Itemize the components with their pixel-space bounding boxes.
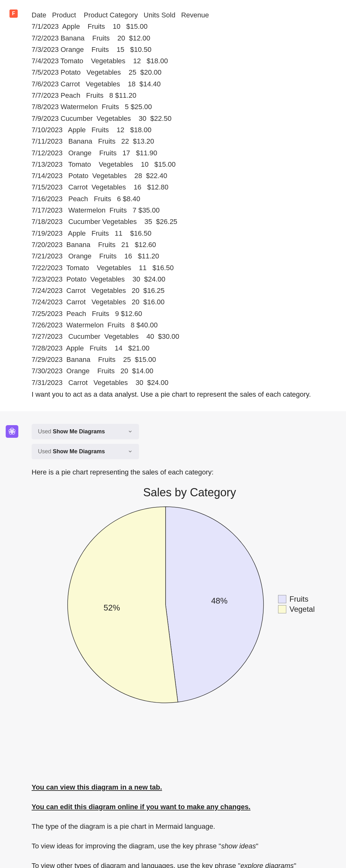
legend-label: Fruits xyxy=(289,595,308,603)
table-row: 7/19/2023 Apple Fruits 11 $16.50 xyxy=(32,228,314,239)
response-footer: You can view this diagram in a new tab. … xyxy=(32,783,314,868)
table-row: 7/5/2023 Potato Vegetables 25 $20.00 xyxy=(32,67,314,78)
pie-slice-label: 48% xyxy=(211,596,228,606)
pie-slice-label: 52% xyxy=(104,602,120,612)
table-row: 7/24/2023 Carrot Vegetables 20 $16.25 xyxy=(32,285,314,297)
user-prompt: I want you to act as a data analyst. Use… xyxy=(32,390,314,399)
diagram-type-text: The type of the diagram is a pie chart i… xyxy=(32,823,314,831)
pie-svg: 48%52% xyxy=(65,504,267,706)
legend-label: Vegetal xyxy=(289,605,315,614)
edit-diagram-link[interactable]: You can edit this diagram online if you … xyxy=(32,803,250,811)
table-row: 7/22/2023 Tomato Vegetables 11 $16.50 xyxy=(32,262,314,274)
table-row: 7/14/2023 Potato Vegetables 28 $22.40 xyxy=(32,170,314,182)
table-row: 7/30/2023 Orange Fruits 20 $14.00 xyxy=(32,365,314,377)
table-row: 7/31/2023 Carrot Vegetables 30 $24.00 xyxy=(32,377,314,389)
table-row: 7/4/2023 Tomato Vegetables 12 $18.00 xyxy=(32,55,314,67)
chevron-down-icon xyxy=(128,429,133,434)
view-diagram-link[interactable]: You can view this diagram in a new tab. xyxy=(32,783,162,791)
table-row: 7/23/2023 Potato Vegetables 30 $24.00 xyxy=(32,274,314,285)
legend-swatch xyxy=(278,595,286,603)
table-row: 7/25/2023 Peach Fruits 9 $12.60 xyxy=(32,308,314,319)
table-row: 7/6/2023 Carrot Vegetables 18 $14.40 xyxy=(32,79,314,90)
pie-slice xyxy=(68,507,178,703)
table-row: 7/10/2023 Apple Fruits 12 $18.00 xyxy=(32,124,314,136)
explore-diagrams-text: To view other types of diagram and langu… xyxy=(32,862,314,868)
table-row: 7/7/2023 Peach Fruits 8 $11.20 xyxy=(32,90,314,101)
chart-legend: FruitsVegetal xyxy=(278,595,315,615)
table-row: 7/15/2023 Carrot Vegetables 16 $12.80 xyxy=(32,182,314,193)
table-row: 7/11/2023 Banana Fruits 22 $13.20 xyxy=(32,136,314,147)
legend-swatch xyxy=(278,605,286,613)
chart-title: Sales by Category xyxy=(32,486,346,499)
table-row: 7/16/2023 Peach Fruits 6 $8.40 xyxy=(32,193,314,205)
show-ideas-text: To view ideas for improving the diagram,… xyxy=(32,842,314,850)
openai-icon xyxy=(8,428,16,435)
legend-item: Vegetal xyxy=(278,605,315,614)
table-row: 7/18/2023 Cucumber Vegetables 35 $26.25 xyxy=(32,216,314,227)
table-row: 7/27/2023 Cucumber Vegetables 40 $30.00 xyxy=(32,331,314,342)
chart-intro-text: Here is a pie chart representing the sal… xyxy=(32,468,314,476)
table-row: 7/13/2023 Tomato Vegetables 10 $15.00 xyxy=(32,159,314,170)
table-row: 7/8/2023 Watermelon Fruits 5 $25.00 xyxy=(32,101,314,113)
table-row: 7/24/2023 Carrot Vegetables 20 $16.00 xyxy=(32,297,314,308)
brand-logo: F xyxy=(9,9,18,18)
pie-chart: Sales by Category 48%52% FruitsVegetal xyxy=(32,486,346,745)
table-row: 7/3/2023 Orange Fruits 15 $10.50 xyxy=(32,44,314,55)
raw-data-table: Date Product Product Category Units Sold… xyxy=(32,9,314,389)
plugin-used-row-2[interactable]: Used Show Me Diagrams xyxy=(32,444,139,459)
table-row: 7/28/2023 Apple Fruits 14 $21.00 xyxy=(32,343,314,354)
table-row: 7/20/2023 Banana Fruits 21 $12.60 xyxy=(32,239,314,251)
table-row: 7/17/2023 Watermelon Fruits 7 $35.00 xyxy=(32,205,314,216)
assistant-avatar xyxy=(6,425,18,438)
table-row: 7/12/2023 Orange Fruits 17 $11.90 xyxy=(32,147,314,159)
chevron-down-icon xyxy=(128,449,133,454)
table-header: Date Product Product Category Units Sold… xyxy=(32,9,314,21)
table-row: 7/1/2023 Apple Fruits 10 $15.00 xyxy=(32,21,314,32)
table-row: 7/9/2023 Cucumber Vegetables 30 $22.50 xyxy=(32,113,314,124)
table-row: 7/2/2023 Banana Fruits 20 $12.00 xyxy=(32,33,314,44)
legend-item: Fruits xyxy=(278,595,315,603)
plugin-used-row-1[interactable]: Used Show Me Diagrams xyxy=(32,424,139,439)
table-row: 7/29/2023 Banana Fruits 25 $15.00 xyxy=(32,354,314,365)
table-row: 7/21/2023 Orange Fruits 16 $11.20 xyxy=(32,251,314,262)
table-row: 7/26/2023 Watermelon Fruits 8 $40.00 xyxy=(32,319,314,331)
